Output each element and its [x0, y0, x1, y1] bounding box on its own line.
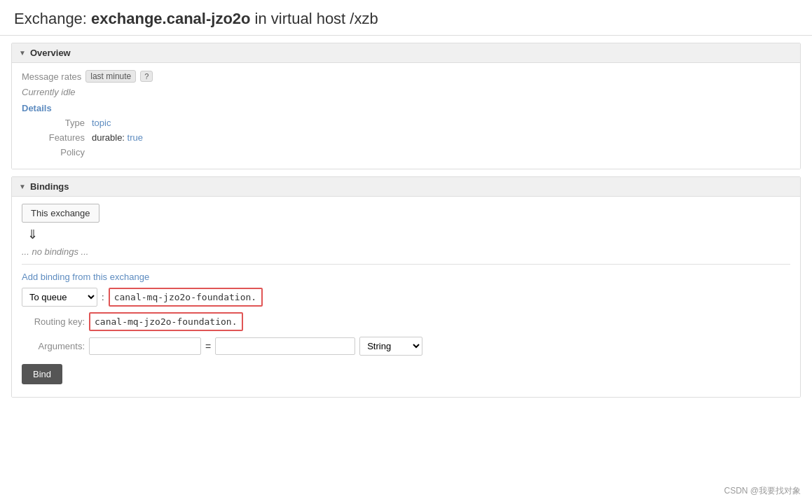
to-queue-row: To queue To exchange : — [22, 288, 790, 307]
detail-value-type: topic — [92, 118, 111, 128]
routing-key-label: Routing key: — [22, 316, 85, 327]
message-rates-row: Message rates last minute ? — [22, 70, 790, 83]
exchange-name: exchange.canal-jzo2o — [91, 10, 250, 27]
bindings-section: ▼ Bindings This exchange ⇓ ... no bindin… — [11, 176, 801, 398]
arguments-label: Arguments: — [22, 341, 85, 351]
to-queue-select[interactable]: To queue To exchange — [22, 288, 97, 307]
bind-button-row: Bind — [22, 361, 790, 384]
bind-button[interactable]: Bind — [22, 364, 62, 384]
detail-row-type: Type topic — [29, 118, 790, 128]
equals-sign: = — [205, 341, 211, 352]
currently-idle-status: Currently idle — [22, 87, 790, 97]
message-rates-label: Message rates — [22, 71, 81, 82]
bindings-collapse-icon: ▼ — [19, 183, 26, 190]
detail-row-policy: Policy — [29, 147, 790, 158]
last-minute-badge[interactable]: last minute — [85, 70, 136, 83]
routing-key-input[interactable] — [89, 312, 243, 331]
detail-key-policy: Policy — [29, 147, 85, 158]
page-title: Exchange: exchange.canal-jzo2o in virtua… — [0, 0, 812, 36]
no-bindings-text: ... no bindings ... — [22, 246, 790, 257]
overview-section-body: Message rates last minute ? Currently id… — [12, 63, 800, 169]
add-binding-label: Add binding from this exchange — [22, 272, 790, 282]
arguments-row: Arguments: = String Number Boolean List … — [22, 337, 790, 356]
title-suffix: in virtual host /xzb — [251, 10, 378, 27]
details-table: Type topic Features durable: true Policy — [29, 118, 790, 158]
bindings-section-body: This exchange ⇓ ... no bindings ... Add … — [12, 197, 800, 397]
this-exchange-box: This exchange — [22, 204, 99, 223]
arg-key-input[interactable] — [89, 337, 201, 355]
durable-label: durable: — [92, 132, 128, 143]
routing-key-row: Routing key: — [22, 312, 790, 331]
title-prefix: Exchange: — [14, 10, 91, 27]
divider — [22, 264, 790, 265]
arrow-down-icon: ⇓ — [27, 227, 790, 242]
detail-row-features: Features durable: true — [29, 132, 790, 143]
bindings-section-header[interactable]: ▼ Bindings — [12, 177, 800, 197]
detail-value-features: durable: true — [92, 132, 143, 143]
question-badge[interactable]: ? — [140, 71, 153, 82]
overview-section-header[interactable]: ▼ Overview — [12, 43, 800, 63]
overview-section: ▼ Overview Message rates last minute ? C… — [11, 43, 801, 169]
detail-key-features: Features — [29, 132, 85, 143]
durable-value: true — [128, 132, 143, 143]
overview-collapse-icon: ▼ — [19, 49, 26, 57]
binding-form: To queue To exchange : Routing key: Argu… — [22, 288, 790, 384]
detail-key-type: Type — [29, 118, 85, 128]
type-select[interactable]: String Number Boolean List Object — [359, 337, 422, 356]
arg-value-input[interactable] — [215, 337, 355, 355]
overview-header-label: Overview — [30, 48, 71, 58]
colon-separator: : — [102, 292, 104, 302]
details-label: Details — [22, 103, 790, 113]
bindings-header-label: Bindings — [30, 181, 69, 192]
queue-name-input[interactable] — [109, 288, 263, 307]
